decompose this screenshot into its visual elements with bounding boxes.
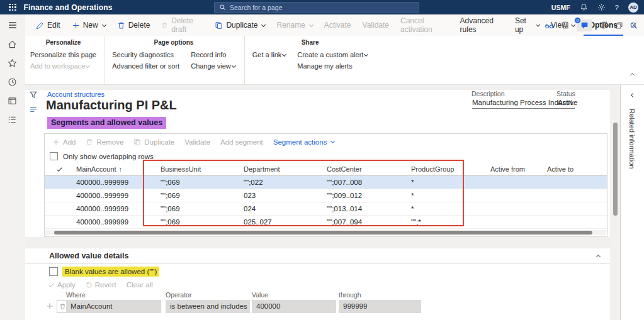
glasses-icon[interactable] xyxy=(545,21,554,30)
through-field[interactable]: 999999 xyxy=(339,300,421,313)
col-header-department[interactable]: Department xyxy=(241,165,324,173)
cell-businessunit[interactable]: "";069 xyxy=(158,205,241,212)
col-header-mainaccount[interactable]: MainAccount↑ xyxy=(74,165,158,173)
table-row[interactable]: 400000..999999 "";069 "";022 "";007..008… xyxy=(45,176,607,189)
cell-mainaccount[interactable]: 400000..999999 xyxy=(74,205,158,212)
grid-add-button[interactable]: Add xyxy=(47,138,81,146)
app-launcher-icon[interactable] xyxy=(9,4,16,11)
close-icon[interactable] xyxy=(630,21,638,29)
col-header-costcenter[interactable]: CostCenter xyxy=(324,165,409,173)
cell-businessunit[interactable]: "";069 xyxy=(158,192,241,199)
breadcrumb[interactable]: Account structures xyxy=(47,91,105,98)
cell-department[interactable]: 025..027 xyxy=(241,218,324,226)
cmd-activate[interactable]: Activate xyxy=(319,14,357,36)
col-header-productgroup[interactable]: ProductGroup xyxy=(409,165,479,173)
refresh-icon[interactable] xyxy=(599,21,608,30)
gear-icon[interactable] xyxy=(597,3,606,11)
revert-button[interactable]: Revert xyxy=(86,281,116,289)
grid-add-segment-button[interactable]: Add segment xyxy=(215,138,268,146)
grid-validate-button[interactable]: Validate xyxy=(179,138,215,146)
help-icon[interactable]: ? xyxy=(615,4,619,11)
cell-productgroup[interactable]: * xyxy=(409,205,479,212)
table-row[interactable]: 400000..999999 "";069 025..027 "";007..0… xyxy=(45,216,607,229)
related-information-rail[interactable]: Related information xyxy=(620,85,644,320)
book-icon[interactable] xyxy=(561,21,570,30)
cell-businessunit[interactable]: "";069 xyxy=(158,218,241,226)
overlap-checkbox[interactable] xyxy=(50,152,58,160)
cell-productgroup[interactable]: * xyxy=(409,192,479,199)
page-search-box[interactable] xyxy=(214,2,419,13)
company-selector[interactable]: USMF xyxy=(551,4,570,11)
cell-costcenter[interactable]: "";013..014 xyxy=(324,205,409,212)
cmd-delete-draft[interactable]: Delete draft xyxy=(155,14,209,36)
ribbon-item-manage-my-alerts[interactable]: Manage my alerts xyxy=(297,60,368,72)
avatar[interactable]: AD xyxy=(628,3,638,13)
cmd-edit[interactable]: Edit xyxy=(30,14,66,36)
select-all-checkmark-icon[interactable] xyxy=(45,166,74,173)
value-field[interactable]: 400000 xyxy=(252,300,336,313)
open-sidebar-icon[interactable] xyxy=(29,105,38,114)
cell-department[interactable]: 024 xyxy=(241,205,324,212)
section-divider-gutter xyxy=(25,237,610,248)
cmd-cancel-activation[interactable]: Cancel activation xyxy=(395,14,455,36)
home-icon[interactable] xyxy=(8,40,17,49)
cmd-rename[interactable]: Rename xyxy=(271,14,318,36)
cell-costcenter[interactable]: "";007..008 xyxy=(324,179,409,186)
ribbon-item-change-view[interactable]: Change view xyxy=(191,60,235,72)
ribbon-collapse-button[interactable] xyxy=(630,68,634,79)
cell-department[interactable]: 023 xyxy=(241,192,324,199)
col-header-active-to[interactable]: Active to xyxy=(536,165,607,173)
cell-productgroup[interactable]: * xyxy=(409,179,479,186)
messages-badge: 0 xyxy=(574,17,581,24)
ribbon-item-create-a-custom-alert[interactable]: Create a custom alert xyxy=(297,49,368,60)
ribbon-item-add-to-workspace[interactable]: Add to workspace xyxy=(30,60,96,72)
col-header-active-from[interactable]: Active from xyxy=(479,165,536,173)
cell-costcenter[interactable]: "";007..094 xyxy=(324,218,409,226)
favorites-star-icon[interactable] xyxy=(8,58,17,68)
cmd-duplicate[interactable]: Duplicate xyxy=(209,14,271,36)
ribbon-item-personalize-this-page[interactable]: Personalize this page xyxy=(30,49,96,60)
horizontal-scrollbar-track[interactable] xyxy=(45,230,606,235)
cmd-delete[interactable]: Delete xyxy=(111,14,156,36)
recent-clock-icon[interactable] xyxy=(8,77,17,87)
vertical-scrollbar-thumb[interactable] xyxy=(613,123,618,216)
table-row[interactable]: 400000..999999 "";069 023 "";009..012 * xyxy=(45,189,607,202)
grid-remove-button[interactable]: Remove xyxy=(81,138,128,146)
table-row[interactable]: 400000..999999 "";069 024 "";013..014 * xyxy=(45,202,607,216)
cell-productgroup[interactable]: "";* xyxy=(409,218,479,226)
messages-button[interactable]: 0 xyxy=(577,19,592,31)
cell-costcenter[interactable]: "";009..012 xyxy=(324,192,409,199)
cmd-set-up[interactable]: Set up xyxy=(509,14,545,36)
col-header-businessunit[interactable]: BusinessUnit xyxy=(158,165,241,173)
cell-mainaccount[interactable]: 400000..999999 xyxy=(74,192,158,199)
clear-all-button[interactable]: Clear all xyxy=(127,281,153,289)
cell-mainaccount[interactable]: 400000..999999 xyxy=(74,218,158,226)
ribbon-item-advanced-filter-or-sort[interactable]: Advanced filter or sort xyxy=(112,60,179,72)
cmd-new[interactable]: New xyxy=(66,14,111,36)
popout-icon[interactable] xyxy=(615,21,623,30)
details-section-header[interactable]: Allowed value details xyxy=(25,248,610,264)
cmd-label: Delete draft xyxy=(171,16,203,34)
workspaces-icon[interactable] xyxy=(8,96,17,106)
apply-button[interactable]: Apply xyxy=(48,281,76,289)
cmd-advanced-rules[interactable]: Advanced rules xyxy=(455,14,509,36)
filter-funnel-icon[interactable] xyxy=(29,91,38,99)
search-input[interactable] xyxy=(230,4,406,11)
horizontal-scrollbar-thumb[interactable] xyxy=(54,231,592,234)
ribbon-item-get-a-link[interactable]: Get a link xyxy=(252,49,286,60)
blank-values-checkbox[interactable] xyxy=(49,267,58,276)
grid-duplicate-button[interactable]: Duplicate xyxy=(128,138,179,146)
add-condition-icon[interactable] xyxy=(45,302,54,311)
hamburger-menu-icon[interactable] xyxy=(8,20,18,30)
bell-icon[interactable] xyxy=(580,3,588,11)
cell-department[interactable]: "";022 xyxy=(241,179,324,186)
cmd-validate[interactable]: Validate xyxy=(357,14,395,36)
cell-businessunit[interactable]: "";069 xyxy=(158,179,241,186)
operator-field[interactable]: is between and includes xyxy=(166,300,250,313)
grid-segment-actions-button[interactable]: Segment actions xyxy=(268,138,340,146)
ribbon-item-security-diagnostics[interactable]: Security diagnostics xyxy=(112,49,179,60)
modules-list-icon[interactable] xyxy=(8,115,17,124)
cell-mainaccount[interactable]: 400000..999999 xyxy=(74,179,158,186)
ribbon-item-record-info[interactable]: Record info xyxy=(191,49,235,60)
where-field[interactable]: MainAccount xyxy=(66,300,161,313)
